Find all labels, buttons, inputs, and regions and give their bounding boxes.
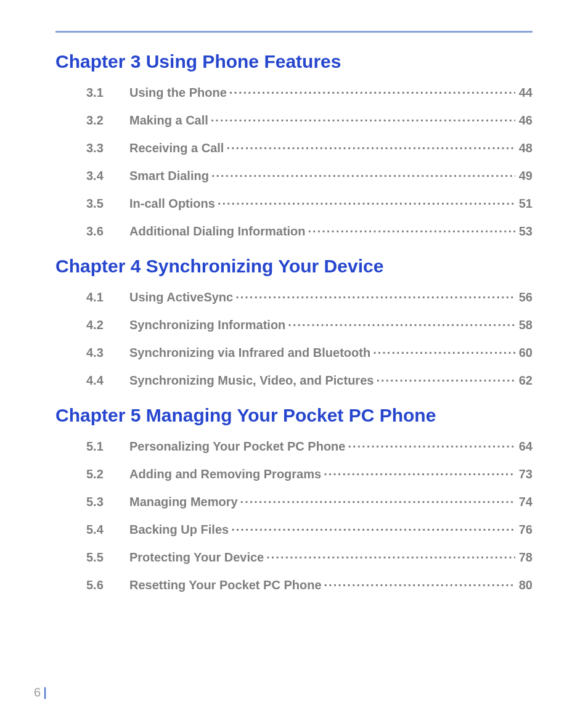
toc-list: 5.1 Personalizing Your Pocket PC Phone 6…: [55, 438, 533, 592]
toc-leader-dots: [231, 521, 515, 534]
toc-entry-number: 3.6: [55, 224, 129, 239]
toc-entry-number: 5.1: [55, 439, 129, 454]
toc-leader-dots: [288, 317, 515, 329]
toc-entry-page: 64: [515, 439, 533, 454]
toc-entry[interactable]: 5.5 Protecting Your Device 78: [55, 549, 533, 565]
toc-leader-dots: [308, 223, 515, 235]
toc-entry-number: 5.5: [55, 550, 129, 565]
toc-entry-number: 4.4: [55, 374, 129, 388]
toc-entry[interactable]: 4.2 Synchronizing Information 58: [55, 317, 533, 332]
toc-entry-page: 80: [515, 578, 533, 592]
toc-entry-label: Resetting Your Pocket PC Phone: [129, 578, 324, 592]
toc-entry[interactable]: 3.1 Using the Phone 44: [55, 84, 533, 100]
toc-entry-number: 3.4: [55, 169, 129, 183]
toc-entry-label: Synchronizing via Infrared and Bluetooth: [129, 346, 373, 360]
toc-entry-page: 62: [515, 374, 533, 388]
toc-entry-label: Personalizing Your Pocket PC Phone: [129, 439, 348, 454]
toc-entry-page: 44: [515, 86, 533, 100]
toc-entry[interactable]: 3.5 In-call Options 51: [55, 195, 533, 211]
toc-entry-page: 76: [515, 523, 533, 537]
toc-list: 3.1 Using the Phone 44 3.2 Making a Call…: [55, 84, 533, 239]
toc-entry-page: 46: [515, 113, 533, 128]
toc-leader-dots: [348, 438, 515, 451]
toc-entry[interactable]: 4.3 Synchronizing via Infrared and Bluet…: [55, 345, 533, 360]
toc-entry-label: Synchronizing Information: [129, 318, 288, 332]
document-page: Chapter 3 Using Phone Features 3.1 Using…: [0, 0, 588, 723]
page-number-value: 6: [34, 685, 41, 699]
toc-entry[interactable]: 4.4 Synchronizing Music, Video, and Pict…: [55, 372, 533, 388]
toc-leader-dots: [235, 289, 515, 301]
toc-entry-number: 4.2: [55, 318, 129, 332]
toc-entry-number: 5.2: [55, 467, 129, 481]
toc-leader-dots: [218, 195, 515, 208]
toc-entry-label: Protecting Your Device: [129, 550, 266, 565]
toc-entry[interactable]: 5.1 Personalizing Your Pocket PC Phone 6…: [55, 438, 533, 454]
toc-entry-label: Backing Up Files: [129, 523, 231, 537]
toc-entry-number: 5.4: [55, 523, 129, 537]
toc-entry-page: 56: [515, 290, 533, 304]
toc-entry-page: 58: [515, 318, 533, 332]
top-rule: [55, 31, 533, 33]
toc-entry[interactable]: 3.6 Additional Dialing Information 53: [55, 223, 533, 239]
toc-entry-label: Using ActiveSync: [129, 290, 235, 304]
toc-entry-label: Smart Dialing: [129, 169, 211, 183]
toc-entry-page: 74: [515, 495, 533, 509]
toc-entry[interactable]: 5.3 Managing Memory 74: [55, 494, 533, 509]
toc-entry[interactable]: 5.6 Resetting Your Pocket PC Phone 80: [55, 577, 533, 592]
toc-entry-label: Making a Call: [129, 113, 211, 128]
toc-entry-number: 3.2: [55, 113, 129, 128]
toc-entry-page: 53: [515, 224, 533, 239]
toc-entry-page: 73: [515, 467, 533, 481]
toc-entry-label: Managing Memory: [129, 495, 240, 509]
page-number-bar-icon: |: [41, 685, 47, 699]
toc-entry-number: 5.3: [55, 495, 129, 509]
toc-entry-number: 4.1: [55, 290, 129, 304]
toc-entry-page: 60: [515, 346, 533, 360]
toc-entry-number: 5.6: [55, 578, 129, 592]
toc-entry-page: 48: [515, 141, 533, 155]
toc-entry-label: Adding and Removing Programs: [129, 467, 324, 481]
toc-entry-label: Using the Phone: [129, 86, 229, 100]
toc-leader-dots: [324, 466, 515, 478]
toc-entry-label: Receiving a Call: [129, 141, 226, 155]
toc-entry-number: 3.5: [55, 197, 129, 211]
toc-entry[interactable]: 5.2 Adding and Removing Programs 73: [55, 466, 533, 481]
toc-entry-page: 78: [515, 550, 533, 565]
toc-leader-dots: [211, 168, 515, 180]
toc-leader-dots: [373, 345, 515, 357]
toc-entry-label: Synchronizing Music, Video, and Pictures: [129, 374, 376, 388]
toc-entry-number: 3.3: [55, 141, 129, 155]
toc-leader-dots: [229, 84, 515, 97]
toc-leader-dots: [226, 140, 515, 152]
toc-entry[interactable]: 3.4 Smart Dialing 49: [55, 168, 533, 183]
toc-entry-page: 49: [515, 169, 533, 183]
toc-entry[interactable]: 5.4 Backing Up Files 76: [55, 521, 533, 537]
page-number: 6|: [34, 685, 47, 700]
toc-leader-dots: [266, 549, 515, 562]
chapter-title: Chapter 4 Synchronizing Your Device: [55, 256, 533, 277]
toc-entry[interactable]: 4.1 Using ActiveSync 56: [55, 289, 533, 304]
toc-leader-dots: [211, 112, 515, 125]
toc-entry-page: 51: [515, 197, 533, 211]
toc-entry-number: 3.1: [55, 86, 129, 100]
toc-leader-dots: [324, 577, 515, 589]
toc-list: 4.1 Using ActiveSync 56 4.2 Synchronizin…: [55, 289, 533, 388]
toc-entry-label: Additional Dialing Information: [129, 224, 308, 239]
toc-leader-dots: [376, 372, 515, 385]
toc-entry[interactable]: 3.3 Receiving a Call 48: [55, 140, 533, 155]
toc-entry[interactable]: 3.2 Making a Call 46: [55, 112, 533, 128]
chapter-title: Chapter 5 Managing Your Pocket PC Phone: [55, 405, 533, 426]
toc-entry-number: 4.3: [55, 346, 129, 360]
chapter-title: Chapter 3 Using Phone Features: [55, 51, 533, 72]
toc-entry-label: In-call Options: [129, 197, 218, 211]
toc-leader-dots: [240, 494, 515, 506]
